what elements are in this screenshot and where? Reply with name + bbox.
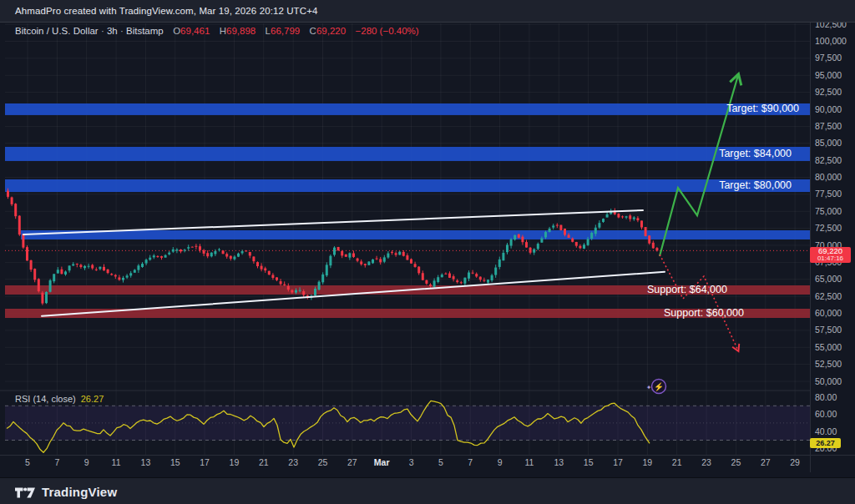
candle-body [245, 250, 247, 251]
time-tick-label: 15 [170, 457, 180, 467]
candle-body [410, 260, 412, 264]
price-tick-label: 60,000 [815, 308, 842, 318]
time-tick-label: 3 [409, 457, 414, 467]
candle-body [172, 249, 175, 252]
change-value: −280 (−0.40%) [356, 26, 419, 36]
candle-body [352, 254, 355, 257]
candle-body [422, 273, 424, 280]
bearish-projection-arrow[interactable] [660, 255, 738, 350]
candle-body [225, 254, 228, 256]
candle-body [456, 280, 458, 282]
band-target-90000[interactable] [5, 103, 810, 115]
candle-body [491, 275, 493, 280]
high-value: 69,898 [226, 26, 255, 36]
rsi-tick-label: 80.00 [815, 392, 837, 402]
target-84000-label: Target: $84,000 [719, 149, 792, 159]
candle-body [372, 260, 374, 263]
price-tick-label: 92,500 [815, 87, 842, 97]
candle-body [414, 264, 417, 267]
interval-label: 3h [107, 26, 118, 36]
candle-body [357, 259, 359, 261]
time-tick-label: 17 [613, 457, 623, 467]
candle-body [463, 278, 466, 284]
band-target-84000[interactable] [5, 147, 810, 161]
price-tick-label: 87,500 [815, 121, 842, 131]
price-tick-label: 97,500 [815, 53, 842, 63]
time-tick-label: 11 [112, 457, 121, 467]
rsi-tick-label: 60.00 [815, 409, 837, 419]
price-axis[interactable]: 102,500100,00097,50095,00092,50090,00087… [815, 19, 847, 454]
price-tick-label: 50,000 [815, 376, 842, 386]
candle-body [33, 269, 36, 280]
price-tick-label: 77,500 [815, 189, 842, 199]
candle-body [360, 261, 362, 264]
time-tick-label: 7 [54, 457, 59, 467]
candle-body [175, 249, 178, 250]
candle-body [18, 216, 21, 235]
price-tick-label: 55,000 [815, 342, 842, 352]
rsi-pane [5, 401, 810, 452]
candle-body [38, 279, 40, 291]
price-tick-label: 75,000 [815, 206, 842, 216]
price-tick-label: 80,000 [815, 172, 842, 182]
candle-body [640, 220, 643, 227]
candle-body [191, 247, 194, 248]
candle-body [376, 259, 378, 260]
candle-body [107, 270, 109, 273]
candle-body [333, 248, 336, 255]
candle-body [76, 264, 78, 265]
candle-body [379, 259, 382, 262]
candle-body [417, 267, 420, 274]
tradingview-logo-icon[interactable] [15, 486, 35, 498]
chart-canvas[interactable]: 102,500100,00097,50095,00092,50090,00087… [0, 0, 855, 504]
price-tick-label: 62,500 [815, 291, 842, 301]
candle-body [60, 270, 63, 274]
candle-body [564, 229, 566, 235]
candle-body [598, 223, 600, 228]
symbol-legend: Bitcoin / U.S. Dollar · 3h · Bitstamp O6… [15, 26, 419, 36]
candle-body [45, 292, 48, 303]
candle-body [518, 234, 520, 238]
candle-body [441, 275, 443, 277]
candle-body [156, 256, 159, 257]
candle-body [367, 261, 370, 265]
time-tick-label: 5 [438, 457, 443, 467]
candle-body [30, 260, 33, 270]
band-target-80000[interactable] [5, 179, 810, 192]
candle-body [579, 246, 581, 249]
candle-body [506, 244, 508, 252]
candle-body [299, 290, 301, 291]
candle-body [559, 225, 562, 230]
band-resistance-72000[interactable] [21, 230, 810, 239]
candle-body [252, 257, 255, 262]
support-60000-label: Support: $60,000 [664, 308, 744, 319]
price-tick-label: 95,000 [815, 70, 842, 80]
time-tick-label: 9 [498, 457, 503, 467]
candle-body [533, 249, 535, 253]
sparkle-icon: ✦ [646, 384, 652, 391]
legend-separator: · [120, 26, 124, 36]
candle-body [341, 251, 343, 255]
time-tick-label: 21 [672, 457, 682, 467]
candle-body [594, 228, 597, 234]
footer-bar: TradingView [0, 477, 855, 504]
candle-body [652, 243, 655, 249]
candle-body [137, 265, 139, 270]
symbol-name: Bitcoin / U.S. Dollar [15, 26, 99, 36]
candle-body [145, 260, 148, 263]
candle-body [383, 257, 386, 261]
candle-body [295, 290, 297, 293]
support-64000-label: Support: $64,000 [647, 285, 727, 295]
candle-body [118, 277, 120, 280]
candle-body [429, 285, 432, 286]
candle-body [556, 225, 559, 226]
candle-body [606, 214, 609, 218]
candle-body [88, 266, 90, 267]
candle-body [621, 216, 624, 217]
candle-body [444, 274, 447, 275]
candle-body [636, 218, 639, 220]
time-axis[interactable]: 579111315171921232527Mar3579111315171921… [25, 457, 800, 467]
candle-body [487, 280, 489, 282]
time-tick-label: 17 [200, 457, 210, 467]
candle-body [472, 273, 474, 274]
